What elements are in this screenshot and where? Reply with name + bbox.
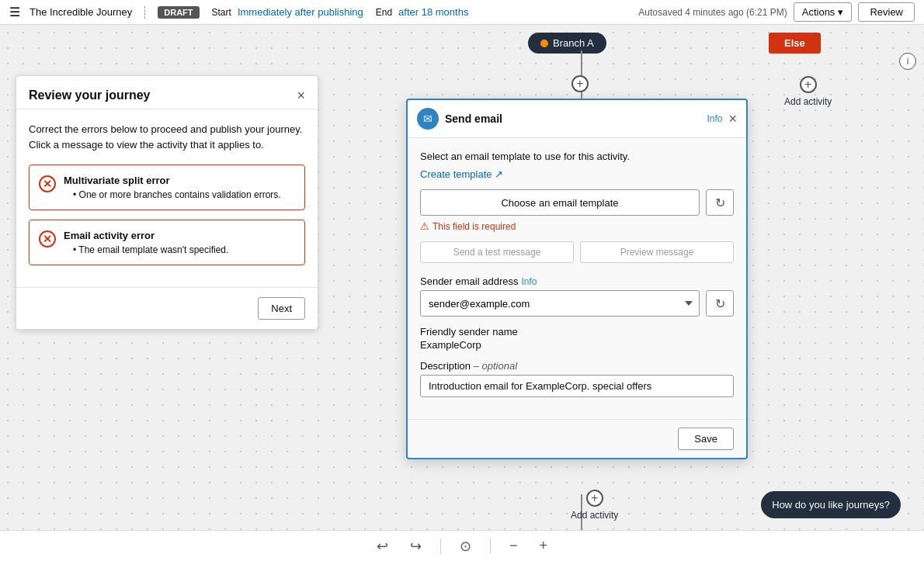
else-node[interactable]: Else [769, 33, 821, 54]
title-divider [144, 6, 145, 19]
sender-refresh-button[interactable]: ↻ [706, 290, 734, 317]
error-bullet-1: • One or more branches contains validati… [73, 189, 281, 200]
review-button[interactable]: Review [858, 2, 915, 22]
error-card-email[interactable]: ✕ Email activity error • The email templ… [29, 220, 305, 265]
template-refresh-icon: ↻ [715, 196, 725, 210]
redo-button[interactable]: ↪ [407, 535, 425, 558]
external-link-icon: ↗ [495, 168, 503, 180]
start-link[interactable]: Immediately after publishing [238, 6, 363, 18]
sender-select[interactable]: sender@example.com [420, 290, 700, 317]
menu-icon[interactable]: ☰ [9, 5, 20, 19]
minus-icon: − [509, 538, 518, 554]
canvas-area: Branch A Else + + Add activity + Add act… [0, 25, 924, 561]
sender-refresh-icon: ↻ [715, 296, 725, 311]
sender-row: sender@example.com ↻ [420, 290, 734, 317]
error-icon-1: ✕ [39, 175, 56, 192]
action-buttons-row: Send a test message Preview message [420, 241, 734, 263]
end-label: End [376, 7, 392, 18]
preview-message-button[interactable]: Preview message [580, 241, 734, 263]
review-panel-title: Review your journey [29, 88, 151, 102]
end-link[interactable]: after 18 months [398, 6, 468, 18]
error-bullet-2: • The email template wasn't specified. [73, 244, 228, 255]
description-input[interactable] [420, 375, 734, 397]
toolbar-divider-2 [490, 538, 491, 554]
required-text: This field is required [432, 221, 516, 232]
add-circle-top[interactable]: + [571, 75, 589, 92]
error-title-1: Multivariate split error [64, 175, 281, 186]
undo-button[interactable]: ↩ [373, 535, 391, 558]
modal-section-desc: Select an email template to use for this… [420, 151, 734, 162]
modal-info-link[interactable]: Info [707, 113, 722, 124]
error-title-2: Email activity error [64, 230, 228, 241]
redo-icon: ↪ [410, 538, 422, 555]
review-close-button[interactable]: × [297, 88, 305, 102]
friendly-name-label: Friendly sender name [420, 326, 734, 338]
review-description: Correct the errors below to proceed and … [29, 122, 305, 152]
template-refresh-button[interactable]: ↻ [706, 189, 734, 216]
tooltip-bubble: How do you like journeys? [761, 491, 901, 518]
tooltip-text: How do you like journeys? [772, 499, 890, 511]
choose-template-button[interactable]: Choose an email template [420, 189, 700, 216]
journey-title: The Incredible Journey [30, 6, 132, 18]
plus-icon: + [540, 538, 548, 554]
error-content-1: Multivariate split error • One or more b… [64, 175, 281, 200]
description-label: Description – optional [420, 360, 734, 372]
actions-button[interactable]: Actions ▾ [794, 2, 853, 22]
draft-badge: DRAFT [158, 6, 199, 19]
next-button[interactable]: Next [258, 297, 305, 320]
create-template-link[interactable]: Create template ↗ [420, 168, 503, 180]
send-email-modal: ✉ Send email Info × Select an email temp… [406, 99, 748, 459]
add-activity-top[interactable]: + [571, 75, 589, 92]
desc-optional: – optional [474, 360, 517, 372]
start-label: Start [212, 7, 231, 18]
branch-a-label: Branch A [553, 37, 594, 49]
error-icon-2: ✕ [39, 230, 56, 248]
review-panel-header: Review your journey × [16, 76, 318, 109]
review-panel: Review your journey × Correct the errors… [16, 75, 318, 330]
target-icon: ⊙ [460, 538, 471, 555]
add-activity-right[interactable]: + Add activity [784, 76, 832, 107]
add-activity-right-label: Add activity [784, 96, 832, 107]
friendly-name-value: ExampleCorp [420, 339, 734, 351]
target-button[interactable]: ⊙ [457, 535, 474, 558]
modal-title: Send email [445, 113, 697, 125]
warning-icon: ⚠ [420, 220, 429, 232]
actions-chevron-icon: ▾ [838, 6, 843, 18]
add-circle-right[interactable]: + [800, 76, 817, 93]
sender-info-link[interactable]: Info [521, 276, 537, 287]
error-card-multivariate[interactable]: ✕ Multivariate split error • One or more… [29, 164, 305, 210]
zoom-in-button[interactable]: + [537, 535, 551, 557]
modal-body: Select an email template to use for this… [408, 138, 746, 419]
toolbar-divider [440, 538, 441, 554]
branch-dot [540, 40, 548, 47]
email-icon: ✉ [417, 108, 439, 130]
template-row: Choose an email template ↻ [420, 189, 734, 216]
sender-field-label: Sender email address Info [420, 275, 734, 287]
autosave-text: Autosaved 4 minutes ago (6:21 PM) [638, 7, 787, 18]
undo-icon: ↩ [377, 538, 388, 555]
add-activity-bottom-label: Add activity [571, 510, 618, 521]
review-panel-footer: Next [16, 287, 318, 329]
branch-a-node[interactable]: Branch A [528, 33, 606, 54]
modal-header: ✉ Send email Info × [408, 100, 746, 138]
review-panel-body: Correct the errors below to proceed and … [16, 109, 318, 287]
zoom-out-button[interactable]: − [506, 535, 521, 557]
topbar: ☰ The Incredible Journey DRAFT Start Imm… [0, 0, 924, 25]
field-required-msg: ⚠ This field is required [420, 220, 734, 232]
modal-footer: Save [408, 419, 746, 458]
save-button[interactable]: Save [678, 428, 734, 450]
else-label: Else [784, 37, 805, 49]
add-circle-bottom[interactable]: + [586, 490, 603, 507]
modal-close-button[interactable]: × [728, 112, 737, 126]
canvas-toolbar: ↩ ↪ ⊙ − + [0, 530, 924, 561]
send-test-message-button[interactable]: Send a test message [420, 241, 574, 263]
info-circle-icon[interactable]: i [899, 53, 916, 70]
add-activity-bottom[interactable]: + Add activity [571, 490, 618, 521]
error-content-2: Email activity error • The email templat… [64, 230, 228, 255]
actions-label: Actions [802, 6, 835, 18]
